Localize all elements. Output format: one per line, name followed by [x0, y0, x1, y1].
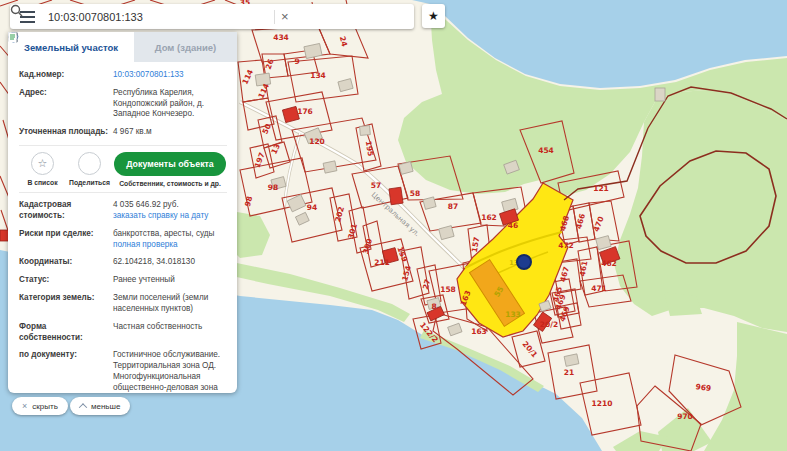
parcel-label: 94: [307, 203, 317, 212]
tab-land-parcel-label: Земельный участок: [24, 42, 118, 53]
parcel-label: 98: [268, 183, 278, 192]
field-risks: Риски при сделке: банкротства, аресты, с…: [19, 229, 227, 251]
selected-point-marker[interactable]: [517, 255, 531, 269]
parcel-label: 120: [309, 137, 325, 146]
field-ownership-value: Частная собственность: [113, 322, 227, 344]
search-icon[interactable]: [10, 4, 23, 17]
parcel-label: 133: [505, 310, 521, 319]
app-window: 3543424926134114114176501312019519798989…: [0, 0, 787, 451]
search-bar: ×: [10, 4, 414, 29]
favorites-button[interactable]: ★: [422, 4, 445, 28]
field-category: Категория земель: Земли поселений (земли…: [19, 293, 227, 315]
parcel-label: 21: [564, 368, 574, 377]
parcel-label: 134: [310, 71, 326, 80]
hide-panel-button[interactable]: × скрыть: [12, 397, 68, 415]
parcel-label: 1210: [592, 399, 613, 408]
add-to-list-label: В список: [27, 179, 57, 186]
field-status-label: Статус:: [19, 275, 113, 286]
search-divider: [274, 10, 275, 24]
cost-report-link[interactable]: заказать справку на дату: [113, 211, 208, 220]
field-document: по документу: Гостиничное обслуживание. …: [19, 350, 227, 393]
add-to-list-button[interactable]: ☆: [31, 152, 54, 175]
object-documents-label: Документы объекта: [126, 159, 214, 169]
field-coords: Координаты: 62.104218, 34.018130: [19, 257, 227, 268]
field-status: Статус: Ранее учтенный: [19, 275, 227, 286]
collapse-panel-button[interactable]: меньше: [70, 397, 130, 415]
field-area-label: Уточненная площадь:: [19, 127, 113, 138]
document-icon: [8, 32, 17, 43]
hide-panel-label: скрыть: [32, 402, 58, 411]
parcel-label: 163: [471, 327, 487, 336]
star-outline-icon: ☆: [38, 157, 48, 170]
field-risks-value: банкротства, аресты, суды: [113, 229, 227, 240]
parcel-label: 162: [481, 213, 497, 222]
chevron-up-icon: [79, 403, 87, 411]
search-input[interactable]: [44, 11, 274, 23]
field-document-label: по документу:: [19, 350, 113, 393]
field-document-value: Гостиничное обслуживание. Территориальна…: [113, 350, 227, 393]
star-icon: ★: [428, 9, 439, 23]
parcel-label: 20/2: [540, 320, 558, 329]
share-label: Поделиться: [69, 179, 110, 186]
share-button[interactable]: [78, 152, 101, 175]
tab-land-parcel[interactable]: Земельный участок: [8, 32, 134, 62]
panel-tabs: Земельный участок Дом (здание): [8, 32, 237, 62]
field-address-value: Республика Карелия, Кондопожский район, …: [113, 88, 227, 120]
field-risks-label: Риски при сделке:: [19, 229, 113, 251]
close-icon: ×: [22, 402, 27, 411]
tab-building-label: Дом (здание): [155, 42, 216, 53]
field-coords-value: 62.104218, 34.018130: [113, 257, 227, 268]
parcel-label: 462: [601, 259, 617, 268]
field-area-value: 4 967 кв.м: [113, 127, 227, 138]
parcel-label: 454: [538, 146, 554, 155]
object-info-panel: Земельный участок Дом (здание) Кад.номер…: [8, 32, 237, 393]
parcel-label: 970: [677, 412, 693, 421]
field-status-value: Ранее учтенный: [113, 275, 227, 286]
parcel-label: 8: [431, 302, 436, 311]
parcel-label: 121: [593, 184, 609, 193]
collapse-panel-label: меньше: [91, 402, 120, 411]
field-kadnum: Кад.номер: 10:03:0070801:133: [19, 70, 227, 81]
field-area: Уточненная площадь: 4 967 кв.м: [19, 127, 227, 138]
parcel-label: 58: [410, 189, 420, 198]
parcel-label: 471: [591, 284, 607, 293]
kadnum-link[interactable]: 10:03:0070801:133: [113, 70, 184, 79]
parcel-label: 434: [273, 33, 289, 42]
clear-search-icon[interactable]: ×: [281, 10, 289, 23]
parcel-label: 9: [294, 57, 299, 66]
parcel-label: 87: [448, 202, 458, 211]
field-kadnum-label: Кад.номер:: [19, 70, 113, 81]
object-documents-caption: Собственник, стоимость и др.: [119, 180, 221, 187]
parcel-label: 472: [558, 241, 574, 250]
field-address-label: Адрес:: [19, 88, 113, 120]
field-category-label: Категория земель:: [19, 293, 113, 315]
parcel-label: 57: [371, 181, 381, 190]
parcel-label: 46: [508, 221, 518, 230]
field-category-value: Земли поселений (земли населенных пункто…: [113, 293, 227, 315]
field-ownership-label: Форма собственности:: [19, 322, 113, 344]
parcel-label: 176: [297, 107, 313, 116]
actions-row: ☆ В список Поделиться Документы: [19, 145, 227, 193]
field-cost-value: 4 035 646.92 руб.: [113, 200, 227, 211]
field-ownership: Форма собственности: Частная собственнос…: [19, 322, 227, 344]
field-address: Адрес: Республика Карелия, Кондопожский …: [19, 88, 227, 120]
full-check-link[interactable]: полная проверка: [113, 240, 178, 249]
parcel-label: 211: [374, 258, 390, 267]
parcel-label: 158: [440, 285, 456, 294]
field-cost-label: Кадастровая стоимость:: [19, 200, 113, 222]
field-cost: Кадастровая стоимость: 4 035 646.92 руб.…: [19, 200, 227, 222]
field-coords-label: Координаты:: [19, 257, 113, 268]
object-documents-button[interactable]: Документы объекта: [114, 152, 226, 176]
tab-building[interactable]: Дом (здание): [134, 32, 237, 62]
